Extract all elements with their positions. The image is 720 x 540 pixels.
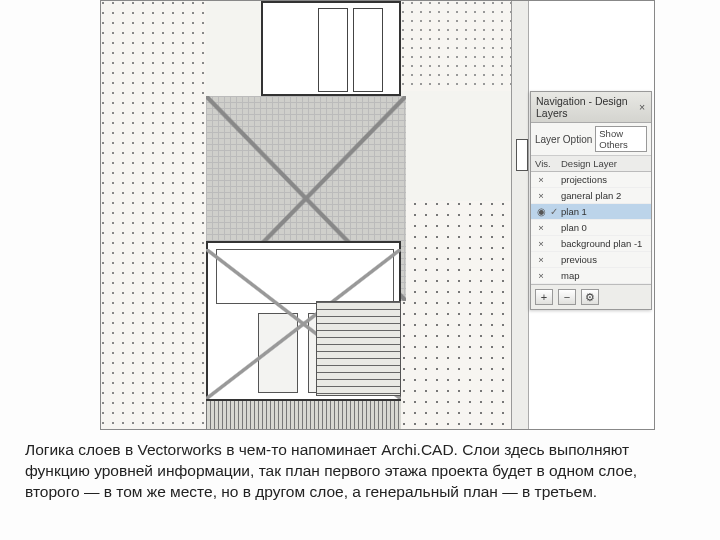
hatch-strip — [206, 401, 401, 429]
visibility-icon[interactable]: × — [535, 254, 547, 265]
layer-row[interactable]: × projections — [531, 172, 651, 188]
building-block-upper — [261, 1, 401, 96]
visibility-icon[interactable]: × — [535, 270, 547, 281]
layer-options-label: Layer Option — [535, 134, 592, 145]
col-design-layer: Design Layer — [561, 158, 647, 169]
stairs — [316, 301, 401, 396]
layer-columns-header: Vis. Design Layer — [531, 156, 651, 172]
layer-settings-button[interactable]: ⚙ — [581, 289, 599, 305]
add-layer-button[interactable]: + — [535, 289, 553, 305]
check-icon: ✓ — [547, 206, 561, 217]
remove-layer-button[interactable]: − — [558, 289, 576, 305]
caption-text: Логика слоев в Vectorworks в чем-то напо… — [25, 440, 695, 503]
palette-footer: + − ⚙ — [531, 284, 651, 309]
visibility-icon[interactable]: × — [535, 190, 547, 201]
layer-row[interactable]: × background plan -1 — [531, 236, 651, 252]
layer-name: background plan -1 — [561, 238, 647, 249]
navigation-palette[interactable]: Navigation - Design Layers × Layer Optio… — [530, 91, 652, 310]
layer-name: map — [561, 270, 647, 281]
layer-name: plan 1 — [561, 206, 647, 217]
drawing-canvas[interactable] — [101, 1, 529, 429]
palette-title-text: Navigation - Design Layers — [536, 95, 638, 119]
layer-options-row: Layer Option Show Others — [531, 123, 651, 156]
pattern-zone-left — [101, 1, 206, 429]
layer-name: ganeral plan 2 — [561, 190, 647, 201]
visibility-icon[interactable]: × — [535, 238, 547, 249]
layer-options-select[interactable]: Show Others — [595, 126, 647, 152]
room-outline — [216, 249, 394, 304]
layer-row-selected[interactable]: ◉ ✓ plan 1 — [531, 204, 651, 220]
layer-row[interactable]: × previous — [531, 252, 651, 268]
room-a — [258, 313, 298, 393]
palette-titlebar[interactable]: Navigation - Design Layers × — [531, 92, 651, 123]
layer-row[interactable]: × ganeral plan 2 — [531, 188, 651, 204]
layer-row[interactable]: × map — [531, 268, 651, 284]
visibility-icon[interactable]: × — [535, 174, 547, 185]
col-visibility: Vis. — [535, 158, 561, 169]
layer-name: projections — [561, 174, 647, 185]
app-screenshot: Navigation - Design Layers × Layer Optio… — [100, 0, 655, 430]
visibility-icon[interactable]: ◉ — [535, 206, 547, 217]
layer-name: plan 0 — [561, 222, 647, 233]
pattern-zone-bottom-right — [401, 201, 529, 429]
layer-name: previous — [561, 254, 647, 265]
pattern-zone-top-right — [401, 1, 529, 91]
close-icon[interactable]: × — [638, 102, 646, 112]
visibility-icon[interactable]: × — [535, 222, 547, 233]
layer-row[interactable]: × plan 0 — [531, 220, 651, 236]
wall-strip — [511, 1, 529, 429]
layers-list: × projections × ganeral plan 2 ◉ ✓ plan … — [531, 172, 651, 284]
